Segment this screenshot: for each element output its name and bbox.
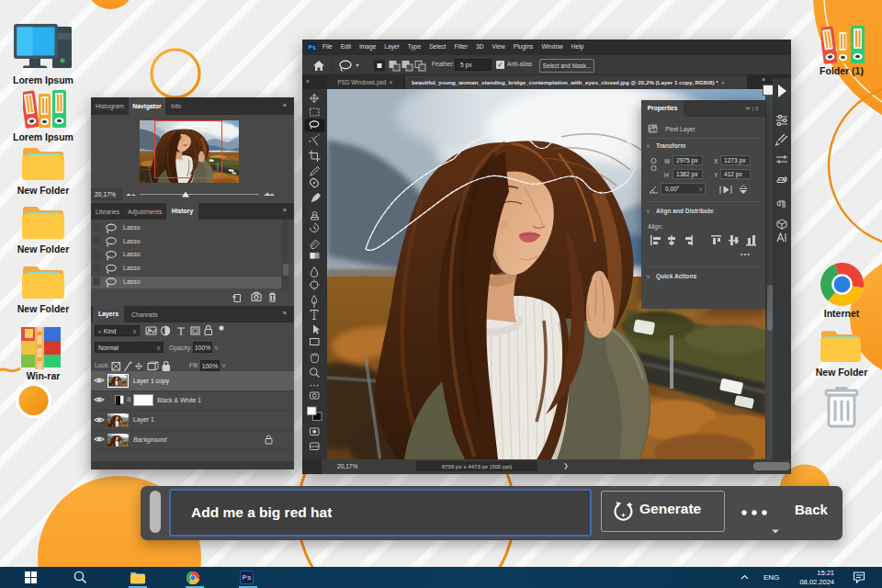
svg-text:Lasso: Lasso: [123, 238, 141, 244]
svg-text:Lasso: Lasso: [123, 224, 141, 231]
svg-text:Lasso: Lasso: [123, 251, 141, 257]
svg-text:Lasso: Lasso: [123, 265, 141, 271]
svg-text:Lasso: Lasso: [123, 278, 141, 285]
